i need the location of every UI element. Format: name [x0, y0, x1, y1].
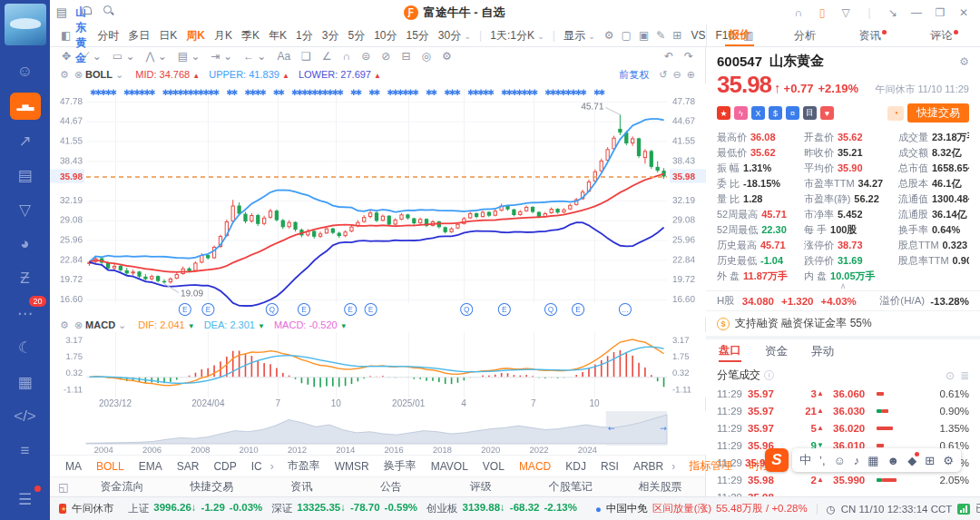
chat-icon[interactable]: ⋯20: [10, 299, 41, 327]
bottom-nav-评级[interactable]: 评级: [436, 479, 525, 495]
indicator-EMA[interactable]: EMA: [132, 460, 169, 473]
dollar-badge[interactable]: $: [769, 106, 782, 120]
polyline-tool-icon[interactable]: ⋀ ⌄: [142, 50, 172, 63]
navigator-chart[interactable]: [50, 411, 706, 455]
timeframe-季K[interactable]: 季K: [237, 28, 264, 44]
games-icon[interactable]: ▦: [10, 368, 41, 396]
watchlist-panel-icon[interactable]: ◧: [57, 29, 74, 42]
timeframe-10分[interactable]: 10分: [369, 28, 401, 44]
index-创业板[interactable]: 创业板3139.88↓-68.32-2.13%: [426, 502, 577, 515]
custom-timeframe-dropdown[interactable]: 1天:1分K ⌄: [485, 28, 549, 44]
comment-tool-icon[interactable]: ❑: [297, 50, 316, 63]
store-icon[interactable]: ▯: [811, 6, 833, 19]
sogou-toolbox-icon[interactable]: ⊞: [925, 454, 935, 467]
timeframe-分时[interactable]: 分时: [93, 28, 123, 44]
draw-settings-icon[interactable]: ⚙: [437, 50, 456, 63]
quote-settings-icon[interactable]: ⚙: [959, 55, 969, 68]
macd-settings-icon[interactable]: ⚙: [57, 319, 72, 331]
sogou-skin-icon[interactable]: ◆: [907, 454, 916, 467]
bottom-nav-资金流向[interactable]: 资金流向: [77, 479, 167, 495]
redo-icon[interactable]: ↷: [680, 50, 698, 63]
sogou-settings-icon[interactable]: ⚙: [943, 454, 954, 467]
sub-indicator-MACD[interactable]: MACD: [513, 460, 557, 473]
macd-label[interactable]: MACD: [85, 319, 115, 330]
sogou-keyboard-icon[interactable]: ▦: [867, 454, 878, 467]
settings-icon[interactable]: ⚙: [601, 29, 618, 42]
dark-mode-icon[interactable]: ☾: [10, 334, 41, 361]
connection-status[interactable]: 已连接: [975, 502, 980, 515]
zoom-out-icon[interactable]: ⊖: [671, 69, 684, 81]
tab-分析[interactable]: 分析: [790, 25, 819, 46]
tab-报价[interactable]: 报价: [725, 25, 754, 46]
sub-indicator-KDJ[interactable]: KDJ: [559, 460, 593, 473]
trendline-tool-icon[interactable]: ⟋ ⌄: [77, 50, 106, 63]
magnet-tool-icon[interactable]: ∩: [338, 50, 356, 63]
market-icon[interactable]: ▂▅▃: [10, 93, 41, 120]
sogou-logo[interactable]: S: [765, 448, 789, 472]
sub-indicator-MAVOL[interactable]: MAVOL: [425, 460, 475, 473]
user-avatar[interactable]: [5, 4, 46, 45]
tick-list-icon[interactable]: ≣: [960, 369, 969, 382]
indicator-IC[interactable]: IC: [245, 460, 269, 473]
search-icon[interactable]: [97, 5, 121, 19]
sub-indicator-市盈率[interactable]: 市盈率: [281, 458, 327, 474]
cn-flag-badge[interactable]: ★: [717, 106, 730, 120]
headset-icon[interactable]: ∩: [788, 6, 809, 19]
more-sub-indicators[interactable]: ›: [671, 460, 675, 473]
sogou-punct-icon[interactable]: ’,: [819, 454, 826, 467]
timeframe-日K[interactable]: 日K: [154, 28, 181, 44]
measure-tool-icon[interactable]: ⇥ ⌄: [207, 50, 237, 63]
display-dropdown[interactable]: 显示 ⌄: [559, 28, 600, 44]
margin-badge[interactable]: ϟ: [734, 106, 748, 120]
subtab-资金[interactable]: 资金: [765, 344, 788, 361]
timeframe-15分[interactable]: 15分: [402, 28, 434, 44]
rect-tool-icon[interactable]: ▭ ⌄: [108, 50, 140, 63]
arrow-tool-icon[interactable]: ← ⌄: [239, 50, 270, 63]
heart-badge[interactable]: ♥: [820, 106, 834, 120]
main-menu-icon[interactable]: ☰: [10, 486, 41, 513]
sub-indicator-ARBR[interactable]: ARBR: [627, 460, 670, 473]
trend-icon[interactable]: ↗: [10, 127, 41, 154]
doc-badge[interactable]: 目: [803, 106, 817, 120]
connection-icon[interactable]: [957, 504, 970, 515]
main-candlestick-chart[interactable]: [50, 83, 706, 318]
move-tool-icon[interactable]: ✥: [57, 50, 75, 63]
margin-note-row[interactable]: $ 支持融资 融资保证金率 55%: [706, 310, 980, 336]
timeframe-3分[interactable]: 3分: [318, 28, 344, 44]
minimize-button[interactable]: —: [906, 6, 927, 19]
sogou-emoji-icon[interactable]: ☺: [834, 454, 846, 467]
short-badge[interactable]: X: [751, 106, 765, 120]
delete-draw-icon[interactable]: ⊟: [397, 50, 415, 63]
text-tool-icon[interactable]: Aa: [272, 50, 295, 63]
macd-chart[interactable]: [50, 332, 706, 397]
pie-icon[interactable]: ◕: [10, 231, 41, 258]
news-trade-icon[interactable]: ▤: [10, 162, 41, 189]
profile-icon[interactable]: ☺: [10, 58, 41, 85]
timeframe-1分[interactable]: 1分: [291, 28, 318, 44]
tick-more-icon[interactable]: ⊙: [946, 369, 955, 382]
bottom-nav-公告[interactable]: 公告: [347, 479, 436, 495]
sogou-voice-icon[interactable]: ♪: [854, 454, 860, 467]
screener-icon[interactable]: ▽: [10, 196, 41, 223]
subtab-异动[interactable]: 异动: [811, 344, 834, 361]
tab-资讯[interactable]: 资讯: [855, 25, 890, 46]
collapse-stats-icon[interactable]: ∧: [706, 283, 980, 290]
timeframe-周K[interactable]: 周K: [181, 28, 210, 44]
sub-indicator-VOL[interactable]: VOL: [476, 460, 511, 473]
bottom-nav-快捷交易[interactable]: 快捷交易: [167, 479, 257, 495]
timeframe-5分[interactable]: 5分: [343, 28, 369, 44]
reset-zoom-icon[interactable]: ↺: [656, 69, 670, 81]
bottom-nav-相关股票[interactable]: 相关股票: [615, 479, 705, 495]
hide-draw-icon[interactable]: ⊘: [377, 50, 395, 63]
maximize-button[interactable]: ❐: [929, 6, 951, 19]
undo-icon[interactable]: ↶: [660, 50, 678, 63]
sogou-account-icon[interactable]: ☻: [887, 454, 900, 467]
indicator-SAR[interactable]: SAR: [171, 460, 206, 473]
shrink-window-button[interactable]: ↘: [882, 6, 904, 19]
boll-close-icon[interactable]: ⊗: [72, 69, 85, 81]
timeframe-多日[interactable]: 多日: [123, 28, 154, 44]
tick-list[interactable]: 11:2935.973▲36.0600.61%11:2935.9721▲36.0…: [706, 385, 980, 496]
stock-alert[interactable]: ● 中国中免 区间放量(涨) 55.48万股 / +0.28%: [595, 502, 808, 515]
panel-expand-icon[interactable]: ◱: [50, 481, 77, 494]
index-深证[interactable]: 深证13325.35↓-78.70-0.59%: [271, 502, 417, 515]
